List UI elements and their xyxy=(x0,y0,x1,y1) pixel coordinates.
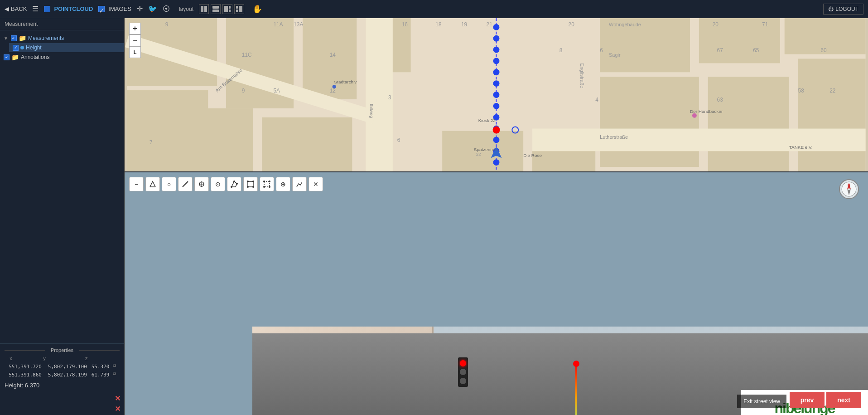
layout-split-h[interactable] xyxy=(211,4,221,14)
svg-line-89 xyxy=(183,181,188,187)
sv-line-button[interactable] xyxy=(178,177,193,191)
sv-node-button[interactable] xyxy=(194,177,209,191)
sv-clock-button[interactable]: ⊙ xyxy=(211,177,225,191)
layout-split-3-left[interactable] xyxy=(222,4,232,14)
tree-item-annotations[interactable]: 📁 Annotations xyxy=(0,52,124,62)
prev-button[interactable]: prev xyxy=(790,392,825,408)
sv-crop-button[interactable] xyxy=(260,177,274,191)
copy-row1-button[interactable]: ⧉ xyxy=(113,363,120,370)
traffic-light xyxy=(458,357,468,387)
hamburger-menu[interactable]: ☰ xyxy=(32,5,39,13)
next-button[interactable]: next xyxy=(826,392,861,408)
sv-area-button[interactable] xyxy=(227,177,241,191)
sv-toolbar: − ○ ⊙ xyxy=(129,177,323,191)
svg-point-94 xyxy=(233,181,235,182)
close-button-1[interactable]: ✕ xyxy=(115,394,121,403)
images-toggle: ✓ IMAGES xyxy=(98,5,131,12)
svg-rect-7 xyxy=(236,6,238,9)
svg-rect-9 xyxy=(239,6,242,12)
copy-row2-button[interactable]: ⧉ xyxy=(113,371,120,378)
layout-options xyxy=(199,4,244,14)
svg-text:8: 8 xyxy=(559,47,563,54)
pointcloud-toggle: POINTCLOUD xyxy=(44,5,93,12)
close-button-2[interactable]: ✕ xyxy=(115,405,121,413)
images-checkbox[interactable]: ✓ xyxy=(98,6,105,12)
height-checkbox[interactable] xyxy=(13,45,19,51)
svg-point-35 xyxy=(493,80,500,87)
svg-text:5A: 5A xyxy=(273,88,280,94)
layer-button[interactable]: L xyxy=(129,46,141,58)
sv-graph-button[interactable] xyxy=(292,177,307,191)
layout-split-3-right[interactable] xyxy=(234,4,244,14)
height-label: Height xyxy=(26,44,42,51)
svg-point-97 xyxy=(247,181,249,182)
sv-select-box-button[interactable] xyxy=(243,177,258,191)
street-view[interactable]: nibelunge 6.37 m − ○ xyxy=(125,172,868,415)
svg-point-43 xyxy=(493,127,500,134)
svg-text:63: 63 xyxy=(717,97,723,103)
logout-button[interactable]: ⏻ LOGOUT xyxy=(823,4,863,15)
map-svg: Am Bokemahle Billweg Lutherstraße Stadta… xyxy=(125,18,868,171)
zoom-out-button[interactable]: − xyxy=(129,34,141,46)
sv-minus-button[interactable]: − xyxy=(129,177,144,191)
svg-text:Englistraße: Englistraße xyxy=(579,63,585,88)
svg-text:Sagir: Sagir xyxy=(609,52,621,58)
svg-text:21: 21 xyxy=(487,21,493,28)
right-area: + − L xyxy=(125,18,868,415)
svg-rect-1 xyxy=(204,6,207,12)
svg-rect-17 xyxy=(262,117,352,171)
sv-circle-button[interactable]: ○ xyxy=(162,177,176,191)
map-view[interactable]: + − L xyxy=(125,18,868,172)
power-icon: ⏻ xyxy=(828,6,834,12)
close-buttons-area: ✕ ✕ xyxy=(0,392,124,415)
svg-point-98 xyxy=(252,181,254,182)
compass: N xyxy=(839,179,859,199)
sv-polygon-button[interactable] xyxy=(145,177,160,191)
svg-text:Die Rose: Die Rose xyxy=(523,153,542,158)
tl-green xyxy=(460,378,466,384)
row1-x: 551,391.720 xyxy=(9,364,48,370)
layout-split-v[interactable] xyxy=(199,4,209,14)
svg-point-31 xyxy=(493,35,500,42)
zoom-in-button[interactable]: + xyxy=(129,23,141,34)
svg-text:6: 6 xyxy=(397,137,400,143)
svg-text:20: 20 xyxy=(569,21,575,28)
svg-text:N: N xyxy=(848,183,850,187)
measurements-checkbox[interactable] xyxy=(11,35,17,41)
exit-street-view-button[interactable]: Exit street view xyxy=(737,395,786,408)
tree-item-height[interactable]: Height xyxy=(9,43,124,52)
main-layout: Measurement ▼ 📁 Measurements Height 📁 An… xyxy=(0,18,868,415)
svg-point-37 xyxy=(493,103,500,109)
coords-header: x y z xyxy=(5,356,120,361)
pointcloud-checkbox[interactable] xyxy=(44,6,50,12)
svg-rect-3 xyxy=(212,10,219,12)
annotations-checkbox[interactable] xyxy=(4,54,10,60)
compass-svg: N xyxy=(841,181,857,197)
svg-point-105 xyxy=(269,186,270,188)
measurements-label: Measurements xyxy=(28,35,64,41)
logout-label: LOGOUT xyxy=(835,6,858,12)
svg-text:TANKE e.V.: TANKE e.V. xyxy=(789,145,813,150)
svg-text:13A: 13A xyxy=(294,21,303,28)
top-toolbar: ◀ BACK ☰ POINTCLOUD ✓ IMAGES ✛ 🐦 ⦿ layou… xyxy=(0,0,868,18)
svg-text:Billweg: Billweg xyxy=(369,104,374,118)
svg-rect-21 xyxy=(600,77,699,167)
svg-text:18: 18 xyxy=(435,21,442,28)
svg-rect-4 xyxy=(224,6,228,12)
svg-text:12: 12 xyxy=(330,88,336,94)
height-result: Height: 6.370 xyxy=(5,382,120,389)
svg-text:Wohngebäude: Wohngebäude xyxy=(609,22,641,27)
tree-item-measurements[interactable]: ▼ 📁 Measurements xyxy=(0,33,124,43)
properties-title: Properties xyxy=(5,347,120,353)
folder-icon-measurements: 📁 xyxy=(19,34,26,42)
svg-point-95 xyxy=(236,183,238,185)
svg-point-93 xyxy=(231,186,232,188)
sv-close-button[interactable]: ✕ xyxy=(309,177,323,191)
sv-target-button[interactable]: ⊕ xyxy=(276,177,290,191)
tl-red xyxy=(460,360,466,366)
nav-buttons: prev next xyxy=(790,392,861,408)
svg-text:4: 4 xyxy=(595,97,598,103)
svg-point-103 xyxy=(269,181,270,182)
hand-tool-icon[interactable]: ✋ xyxy=(252,4,262,14)
back-button[interactable]: ◀ BACK xyxy=(5,5,27,12)
